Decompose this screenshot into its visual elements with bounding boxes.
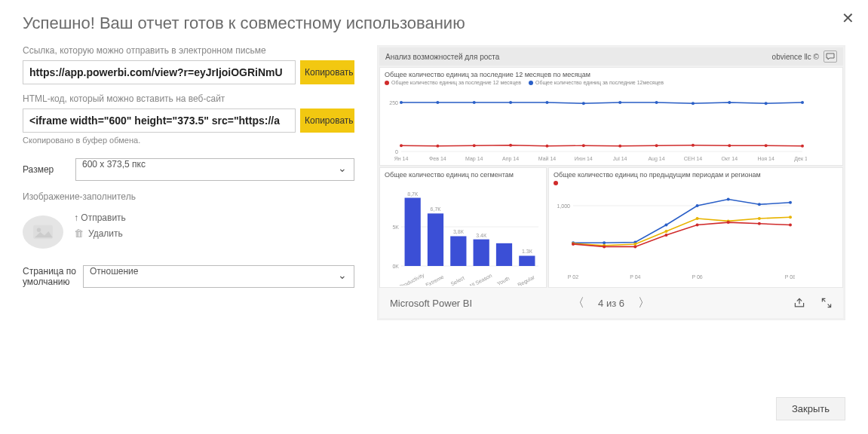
svg-point-26 [692, 144, 695, 147]
svg-point-12 [618, 101, 621, 104]
close-icon[interactable]: ✕ [842, 9, 854, 27]
report-brand: obvience llc © [772, 53, 819, 61]
svg-point-77 [696, 217, 699, 220]
svg-point-13 [655, 101, 658, 104]
svg-point-76 [664, 230, 667, 233]
chart-legend: Общее количество единиц за последние 12 … [385, 80, 838, 85]
dialog-title: Успешно! Ваш отчет готов к совместному и… [23, 14, 845, 33]
link-input[interactable] [23, 60, 296, 84]
svg-point-14 [692, 102, 695, 105]
svg-point-8 [473, 101, 476, 104]
svg-point-81 [572, 243, 575, 246]
footer-brand: Microsoft Power BI [390, 298, 472, 309]
chart-title: Общее количество единиц по предыдущим пе… [554, 171, 838, 179]
svg-text:3.4К: 3.4К [476, 233, 487, 238]
chart-units-12m: Общее количество единиц за последние 12 … [379, 67, 843, 166]
svg-text:Extreme: Extreme [425, 274, 444, 286]
share-icon[interactable] [793, 297, 805, 309]
link-copy-button[interactable]: Копировать [300, 60, 354, 84]
svg-text:Ян 14: Ян 14 [394, 156, 409, 161]
svg-text:Regular: Regular [517, 274, 536, 286]
chart-title: Общее количество единиц за последние 12 … [385, 71, 838, 78]
html-copy-button[interactable]: Копировать [300, 108, 354, 133]
svg-point-29 [801, 145, 804, 148]
svg-point-68 [664, 224, 667, 227]
svg-point-17 [801, 101, 804, 104]
svg-rect-54 [496, 243, 512, 266]
svg-point-83 [633, 246, 636, 249]
svg-point-9 [509, 101, 512, 104]
copy-helper: Скопировано в буфер обмена. [23, 136, 354, 145]
svg-point-69 [696, 204, 699, 207]
default-page-select[interactable]: Отношение [83, 265, 354, 288]
svg-point-84 [664, 234, 667, 237]
svg-point-19 [436, 145, 439, 148]
svg-point-87 [758, 222, 761, 225]
svg-point-6 [400, 101, 403, 104]
svg-text:0K: 0K [392, 264, 399, 269]
svg-text:Дек 14: Дек 14 [794, 156, 807, 162]
link-label: Ссылка, которую можно отправить в электр… [23, 45, 354, 56]
svg-point-86 [727, 221, 730, 224]
svg-point-21 [509, 144, 512, 147]
svg-point-85 [696, 224, 699, 227]
delete-button[interactable]: 🗑 Удалить [74, 228, 126, 239]
svg-text:Апр 14: Апр 14 [502, 156, 519, 162]
svg-text:All Season: All Season [468, 273, 493, 286]
svg-point-28 [765, 144, 768, 147]
svg-point-7 [436, 101, 439, 104]
svg-text:Aug 14: Aug 14 [648, 156, 664, 162]
image-icon [32, 224, 54, 240]
svg-point-79 [758, 217, 761, 220]
svg-point-27 [728, 144, 731, 147]
svg-point-71 [758, 203, 761, 206]
svg-text:1,000: 1,000 [557, 203, 570, 209]
svg-text:250: 250 [389, 100, 398, 105]
pager-prev[interactable]: 〈 [572, 295, 584, 311]
svg-text:Youth: Youth [496, 276, 511, 286]
svg-text:5K: 5K [392, 225, 399, 230]
svg-point-23 [582, 144, 585, 147]
left-panel: Ссылка, которую можно отправить в электр… [23, 45, 354, 320]
svg-point-16 [765, 102, 768, 105]
placeholder-thumbnail [23, 215, 63, 249]
svg-text:Jul 14: Jul 14 [613, 156, 627, 161]
svg-point-75 [633, 243, 636, 246]
pager-next[interactable]: 〉 [638, 295, 650, 311]
svg-text:3,8К: 3,8К [453, 230, 465, 235]
svg-text:Июн 14: Июн 14 [575, 156, 593, 161]
pager-text: 4 из 6 [598, 298, 624, 309]
trash-icon: 🗑 [74, 228, 84, 239]
svg-text:8,7К: 8,7К [407, 191, 419, 197]
svg-point-18 [400, 144, 403, 147]
size-select[interactable]: 600 x 373,5 пкс [75, 158, 354, 181]
chart-units-segment: Общее количество единиц по сегментам 0K5… [379, 167, 547, 288]
close-button[interactable]: Закрыть [776, 397, 845, 420]
svg-text:1.3К: 1.3К [522, 249, 533, 255]
svg-point-88 [789, 224, 792, 227]
report-title: Анализ возможностей для роста [385, 53, 499, 61]
upload-button[interactable]: ↑ Отправить [74, 212, 126, 223]
svg-rect-46 [405, 198, 421, 266]
svg-point-66 [603, 242, 606, 245]
svg-point-15 [728, 101, 731, 104]
fullscreen-icon[interactable] [820, 297, 833, 309]
svg-point-70 [727, 198, 730, 201]
svg-text:Мар 14: Мар 14 [465, 156, 483, 162]
html-input[interactable] [23, 108, 296, 133]
svg-rect-52 [474, 240, 489, 266]
comment-icon[interactable] [824, 50, 837, 63]
svg-text:Ноя 14: Ноя 14 [757, 156, 774, 161]
svg-point-25 [655, 144, 658, 147]
svg-point-22 [545, 145, 548, 148]
svg-point-80 [789, 216, 792, 219]
svg-point-20 [473, 144, 476, 147]
svg-text:Select: Select [449, 275, 465, 286]
svg-rect-48 [428, 213, 443, 266]
svg-point-1 [37, 228, 41, 233]
svg-text:P 08: P 08 [785, 274, 795, 280]
svg-point-11 [582, 102, 585, 105]
svg-text:0: 0 [395, 149, 398, 154]
svg-text:P 02: P 02 [568, 274, 578, 280]
svg-point-10 [545, 101, 548, 104]
